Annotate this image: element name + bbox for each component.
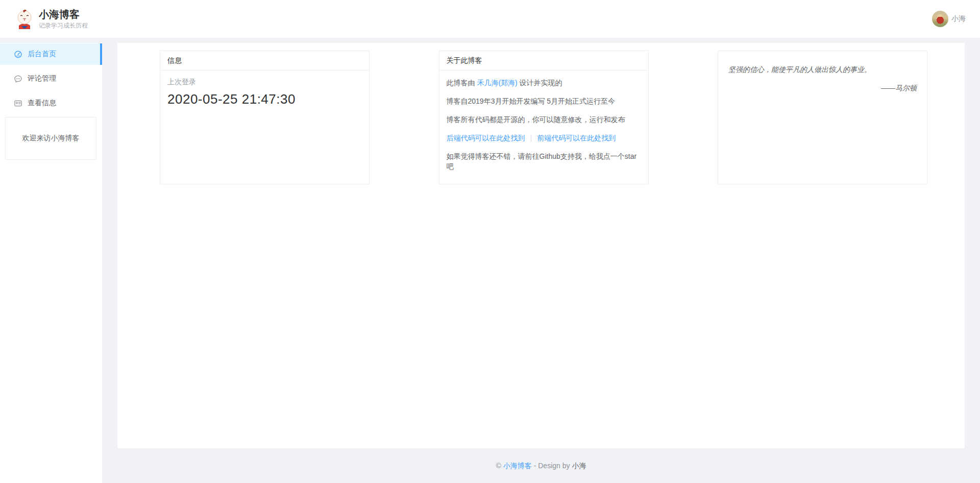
main-layout: 后台首页 评论管理 <box>0 43 980 483</box>
about-line-code-links: 后端代码可以在此处找到|前端代码可以在此处找到 <box>447 133 641 143</box>
author-link[interactable]: 禾几海(郑海) <box>477 79 517 87</box>
about-line-author: 此博客由 禾几海(郑海) 设计并实现的 <box>447 78 641 88</box>
top-header: 小海博客 记录学习成长历程 小海 <box>0 0 980 38</box>
footer-text: © 小海博客 - Design by 小海 <box>496 462 586 471</box>
site-logo-icon <box>14 9 35 29</box>
frontend-code-link[interactable]: 前端代码可以在此处找到 <box>537 134 616 142</box>
sidebar-item-label: 后台首页 <box>28 50 56 59</box>
last-login-time: 2020-05-25 21:47:30 <box>167 91 362 107</box>
comment-bubble-icon <box>14 75 22 83</box>
quote-text: 坚强的信心，能使平凡的人做出惊人的事业。 <box>728 64 917 75</box>
sidebar-item-label: 评论管理 <box>28 74 56 83</box>
about-card: 关于此博客 此博客由 禾几海(郑海) 设计并实现的 博客自2019年3月开始开发… <box>439 51 649 184</box>
about-line-opensource: 博客所有代码都是开源的，你可以随意修改，运行和发布 <box>447 114 641 125</box>
main-column: 信息 上次登录 2020-05-25 21:47:30 关于此博客 此博客由 禾… <box>117 43 965 483</box>
quote-author: ——马尔顿 <box>728 84 917 93</box>
info-card-title: 信息 <box>160 51 369 70</box>
site-subtitle: 记录学习成长历程 <box>39 21 88 30</box>
sidebar-item-dashboard[interactable]: 后台首页 <box>0 43 102 65</box>
about-line-history: 博客自2019年3月开始开发编写 5月开始正式运行至今 <box>447 96 641 106</box>
about-card-title: 关于此博客 <box>439 51 648 70</box>
sidebar-item-label: 查看信息 <box>28 99 56 108</box>
brand: 小海博客 记录学习成长历程 <box>39 8 88 30</box>
footer-designer-name: 小海 <box>572 462 586 470</box>
about-line-author-prefix: 此博客由 <box>447 79 477 87</box>
info-card-body: 上次登录 2020-05-25 21:47:30 <box>160 70 369 114</box>
id-card-icon <box>14 99 22 108</box>
info-card: 信息 上次登录 2020-05-25 21:47:30 <box>160 51 370 184</box>
content-panel: 信息 上次登录 2020-05-25 21:47:30 关于此博客 此博客由 禾… <box>117 43 965 448</box>
copyright-symbol: © <box>496 462 503 470</box>
about-line-star: 如果觉得博客还不错，请前往Github支持我，给我点一个star吧 <box>447 151 641 172</box>
footer: © 小海博客 - Design by 小海 <box>117 448 965 483</box>
quote-card-body: 坚强的信心，能使平凡的人做出惊人的事业。 ——马尔顿 <box>718 51 927 100</box>
welcome-box: 欢迎来访小海博客 <box>5 117 96 160</box>
quote-card: 坚强的信心，能使平凡的人做出惊人的事业。 ——马尔顿 <box>718 51 927 184</box>
site-title: 小海博客 <box>39 8 88 20</box>
sidebar: 后台首页 评论管理 <box>0 43 102 483</box>
sidebar-item-view-info[interactable]: 查看信息 <box>0 92 102 114</box>
footer-site-link[interactable]: 小海博客 <box>503 462 532 470</box>
user-name: 小海 <box>951 14 966 23</box>
last-login-label: 上次登录 <box>167 78 362 87</box>
about-line-author-suffix: 设计并实现的 <box>518 79 562 87</box>
welcome-text: 欢迎来访小海博客 <box>22 134 80 143</box>
cards-row: 信息 上次登录 2020-05-25 21:47:30 关于此博客 此博客由 禾… <box>117 43 965 184</box>
about-card-body: 此博客由 禾几海(郑海) 设计并实现的 博客自2019年3月开始开发编写 5月开… <box>439 70 648 184</box>
footer-middle-text: - Design by <box>532 462 572 470</box>
dashboard-odometer-icon <box>14 50 22 59</box>
user-menu[interactable]: 小海 <box>932 11 966 27</box>
user-avatar[interactable] <box>932 11 948 27</box>
link-separator: | <box>530 134 532 142</box>
sidebar-menu: 后台首页 评论管理 <box>0 43 102 114</box>
sidebar-item-comments[interactable]: 评论管理 <box>0 68 102 89</box>
backend-code-link[interactable]: 后端代码可以在此处找到 <box>447 134 525 142</box>
